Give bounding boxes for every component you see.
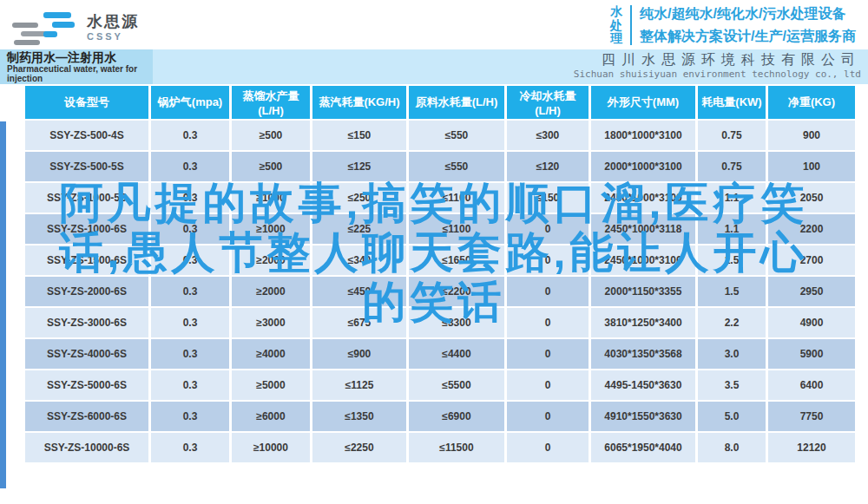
column-header: 外形尺寸(MM) bbox=[591, 86, 695, 119]
spec-cell: 4030*1350*3568 bbox=[591, 339, 695, 369]
column-header: 原料水耗量(L/H) bbox=[409, 86, 504, 119]
site-logo[interactable]: 水思源 CSSY bbox=[12, 9, 139, 47]
spec-cell: ≤900 bbox=[312, 339, 406, 369]
column-header: 冷却水耗量(L/H) bbox=[507, 86, 589, 119]
spec-cell: ≤120 bbox=[507, 152, 589, 181]
table-header-row: 设备型号锅炉气(mpa)蒸馏水产量(L/H)蒸汽耗量(KG/H)原料水耗量(L/… bbox=[25, 86, 855, 119]
spec-cell: ≥4000 bbox=[232, 339, 310, 369]
spec-cell: ≤125 bbox=[312, 152, 406, 181]
spec-cell: ≤550 bbox=[409, 121, 504, 150]
spec-cell: 0.3 bbox=[151, 339, 229, 369]
table-row: SSY-ZS-500-5S0.3≥500≤125≤550≤1202000*100… bbox=[25, 152, 855, 181]
spec-cell: ≥5000 bbox=[232, 370, 310, 400]
spec-cell: ≤4400 bbox=[409, 339, 504, 369]
section-title-box: 制药用水—注射用水 Pharmaceutical water, water fo… bbox=[0, 49, 153, 84]
spec-cell: 0.3 bbox=[151, 433, 229, 462]
section-title-en: Pharmaceutical water, water for injectio… bbox=[7, 64, 149, 83]
spec-cell: 12120 bbox=[768, 433, 855, 462]
spec-cell: 0 bbox=[507, 402, 589, 431]
slogan-divider bbox=[630, 5, 632, 45]
column-header: 蒸馏水产量(L/H) bbox=[232, 86, 310, 119]
company-name-en: Sichuan shuisiyuan environment technolog… bbox=[574, 69, 861, 81]
table-row: SSY-ZS-6000-6S0.3≥6000≤1350≤690004910*15… bbox=[25, 402, 855, 431]
table-row: SSY-ZS-4000-6S0.3≥4000≤900≤440004030*135… bbox=[25, 339, 855, 369]
spec-cell: 0 bbox=[507, 339, 589, 369]
spec-cell: 4495-1450*3630 bbox=[591, 370, 695, 400]
table-row: SSY-ZS-5000-6S0.3≥5000≤1125≤550004495-14… bbox=[25, 370, 855, 400]
spec-cell: 0.75 bbox=[698, 121, 766, 150]
column-header: 设备型号 bbox=[25, 86, 148, 119]
model-cell: SSY-ZS-500-4S bbox=[25, 121, 148, 150]
spec-cell: 0.3 bbox=[151, 402, 229, 431]
spec-cell: 4910*1550*3630 bbox=[591, 402, 695, 431]
overlay-title-line[interactable]: 阿凡提的故事,搞笑的顺口溜,医疗笑 bbox=[12, 179, 856, 228]
spec-cell: ≤2250 bbox=[312, 433, 406, 462]
spec-cell: 3.5 bbox=[698, 370, 766, 400]
overlay-title-line[interactable]: 的笑话 bbox=[12, 278, 856, 327]
spec-cell: 6400 bbox=[768, 370, 855, 400]
spec-cell: 2000*1000*3100 bbox=[591, 152, 695, 181]
spec-cell: ≤6900 bbox=[409, 402, 504, 431]
model-cell: SSY-ZS-10000-6S bbox=[25, 433, 148, 462]
spec-cell: 6065*1950*4040 bbox=[591, 433, 695, 462]
spec-cell: 100 bbox=[768, 152, 855, 181]
spec-cell: 5.0 bbox=[698, 402, 766, 431]
spec-cell: ≤1350 bbox=[312, 402, 406, 431]
column-header: 锅炉气(mpa) bbox=[151, 86, 229, 119]
page-edge-strip bbox=[0, 121, 6, 488]
company-name-cn: 四川水思源环境科技有限公司 bbox=[574, 51, 861, 69]
spec-cell: ≤550 bbox=[409, 152, 504, 181]
logo-text: 水思源 CSSY bbox=[87, 14, 139, 42]
water-logo-icon bbox=[12, 9, 80, 47]
header-slogan-block: 水处理 纯水/超纯水/纯化水/污水处理设备 整体解决方案设计/生产/运营服务商 bbox=[610, 5, 856, 45]
table-row: SSY-ZS-500-4S0.3≥500≤150≤550≤3001800*100… bbox=[25, 121, 855, 150]
spec-cell: ≥6000 bbox=[232, 402, 310, 431]
spec-cell: ≤300 bbox=[507, 121, 589, 150]
column-header: 蒸汽耗量(KG/H) bbox=[312, 86, 406, 119]
section-title-cn: 制药用水—注射用水 bbox=[7, 51, 149, 64]
model-cell: SSY-ZS-5000-6S bbox=[25, 370, 148, 400]
spec-cell: 900 bbox=[768, 121, 855, 150]
spec-cell: 3.0 bbox=[698, 339, 766, 369]
section-band: 制药用水—注射用水 Pharmaceutical water, water fo… bbox=[0, 49, 868, 84]
spec-cell: 0.3 bbox=[151, 121, 229, 150]
spec-cell: 8.0 bbox=[698, 433, 766, 462]
spec-cell: 5900 bbox=[768, 339, 855, 369]
spec-cell: ≤150 bbox=[312, 121, 406, 150]
logo-name: 水思源 bbox=[87, 14, 139, 29]
column-header: 耗电量(KW) bbox=[698, 86, 766, 119]
spec-cell: 0.75 bbox=[698, 152, 766, 181]
model-cell: SSY-ZS-500-5S bbox=[25, 152, 148, 181]
spec-cell: 1800*1000*3100 bbox=[591, 121, 695, 150]
model-cell: SSY-ZS-6000-6S bbox=[25, 402, 148, 431]
spec-cell: ≥500 bbox=[232, 152, 310, 181]
spec-cell: 0 bbox=[507, 433, 589, 462]
water-treatment-vertical-label: 水处理 bbox=[610, 5, 622, 45]
spec-cell: 7750 bbox=[768, 402, 855, 431]
model-cell: SSY-ZS-4000-6S bbox=[25, 339, 148, 369]
spec-cell: ≤5500 bbox=[409, 370, 504, 400]
spec-cell: ≥10000 bbox=[232, 433, 310, 462]
column-header: 净重(KG) bbox=[768, 86, 855, 119]
overlay-title-line[interactable]: 话,愚人节整人聊天套路,能让人开心 bbox=[12, 228, 856, 278]
logo-subname: CSSY bbox=[87, 32, 139, 42]
overlay-article-title[interactable]: 阿凡提的故事,搞笑的顺口溜,医疗笑 话,愚人节整人聊天套路,能让人开心 的笑话 bbox=[12, 179, 856, 327]
spec-cell: ≥500 bbox=[232, 121, 310, 150]
table-row: SSY-ZS-10000-6S0.3≥10000≤2250≤1150006065… bbox=[25, 433, 855, 462]
spec-cell: 0.3 bbox=[151, 152, 229, 181]
slogan-line-1: 纯水/超纯水/纯化水/污水处理设备 bbox=[640, 5, 856, 23]
spec-cell: ≤1125 bbox=[312, 370, 406, 400]
spec-cell: ≤11500 bbox=[409, 433, 504, 462]
spec-cell: 0.3 bbox=[151, 370, 229, 400]
slogan-line-2: 整体解决方案设计/生产/运营服务商 bbox=[640, 28, 856, 45]
spec-cell: 0 bbox=[507, 370, 589, 400]
